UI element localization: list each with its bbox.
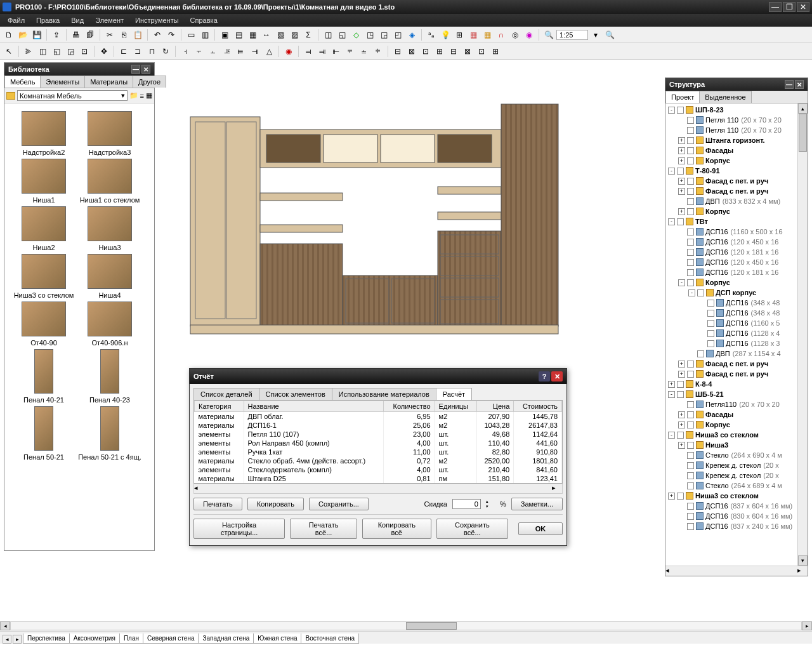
tabs-left-icon[interactable]: ◂ — [3, 635, 11, 644]
tree-row[interactable]: Стекло(264 x 689 x 4 м — [667, 481, 796, 491]
text-icon[interactable]: ᵃₐ — [425, 29, 438, 41]
tree-row[interactable]: -ДСП корпус — [667, 288, 796, 298]
tree-expander-icon[interactable]: - — [688, 289, 695, 296]
view4-icon[interactable]: ◳ — [363, 29, 376, 41]
menu-Справка[interactable]: Справка — [185, 15, 223, 25]
preview-icon[interactable]: 🗐 — [84, 29, 96, 41]
tree-expander-icon[interactable]: - — [668, 432, 675, 439]
library-item[interactable]: Пенал 50-21 — [12, 406, 75, 461]
tree-expander-icon[interactable]: - — [668, 107, 675, 114]
dist5-icon[interactable]: ⫨ — [358, 45, 370, 58]
tree-checkbox[interactable] — [707, 330, 714, 337]
sp6-icon[interactable]: ⊠ — [461, 45, 474, 58]
tree-expander-icon[interactable]: + — [678, 421, 685, 428]
tree-checkbox[interactable] — [687, 127, 694, 134]
tree-expander-icon[interactable]: - — [668, 218, 675, 225]
tree-checkbox[interactable] — [687, 198, 694, 205]
library-item[interactable]: Пенал 40-21 — [12, 349, 75, 404]
al-c-icon[interactable]: ⫟ — [193, 45, 206, 58]
view-tab[interactable]: План — [119, 633, 143, 644]
zoom-out-icon[interactable]: 🔍 — [542, 29, 555, 41]
tree-expander-icon[interactable]: + — [678, 371, 685, 378]
tree-checkbox[interactable] — [697, 350, 704, 357]
view-grid-icon[interactable]: ▦ — [146, 91, 152, 100]
view-tab[interactable]: Южная стена — [253, 633, 301, 644]
tree-checkbox[interactable] — [687, 208, 694, 215]
tree-checkbox[interactable] — [677, 381, 684, 388]
library-item[interactable]: Ниша3 — [78, 206, 141, 251]
target-icon[interactable]: ◎ — [509, 29, 521, 41]
view6-icon[interactable]: ◰ — [391, 29, 404, 41]
scrollbar-left-icon[interactable]: ◂ — [0, 621, 10, 630]
panel-f-icon[interactable]: ▨ — [288, 29, 301, 41]
3d-viewport[interactable] — [165, 66, 596, 371]
view1-icon[interactable]: ◫ — [322, 29, 334, 41]
tree-checkbox[interactable] — [687, 411, 694, 418]
tree-checkbox[interactable] — [707, 300, 714, 307]
center-icon[interactable]: ◉ — [282, 45, 295, 58]
view-tab[interactable]: Перспектива — [23, 633, 70, 644]
undo-icon[interactable]: ↶ — [151, 29, 164, 41]
export-icon[interactable]: ⇪ — [50, 29, 63, 41]
print-all-button[interactable]: Печатать всё... — [290, 519, 357, 539]
tree-checkbox[interactable] — [707, 310, 714, 317]
tree-row[interactable]: Петля 110(20 x 70 x 20 — [667, 115, 796, 125]
table-scroll-right-icon[interactable]: ▸ — [552, 484, 562, 493]
structure-tab-1[interactable]: Выделенное — [699, 91, 751, 103]
tree-checkbox[interactable] — [687, 259, 694, 266]
tree-checkbox[interactable] — [677, 168, 684, 175]
tree-row[interactable]: Крепеж д. стекол(20 x — [667, 470, 796, 481]
tool5-icon[interactable]: ⊡ — [78, 45, 91, 58]
tree-checkbox[interactable] — [687, 503, 694, 510]
tree-row[interactable]: ДСП16(120 x 450 x 16 — [667, 257, 796, 267]
tree-row[interactable]: ДСП16(1160 x 5 — [667, 318, 796, 328]
library-close-icon[interactable]: ✕ — [141, 65, 150, 74]
sp4-icon[interactable]: ⊞ — [433, 45, 446, 58]
tree-expander-icon[interactable]: + — [668, 381, 675, 388]
tree-row[interactable]: +Корпус — [667, 156, 796, 166]
tool1-icon[interactable]: ⫸ — [22, 45, 35, 58]
tree-expander-icon[interactable]: + — [678, 137, 685, 144]
library-item[interactable]: От40-906.н — [78, 302, 141, 347]
scroll-up-icon[interactable]: ▴ — [798, 103, 808, 114]
library-folder-combo[interactable]: Комнатная Мебель ▾ — [17, 90, 128, 101]
structure-minimize-icon[interactable]: — — [785, 80, 794, 89]
dim-icon[interactable]: ⊞ — [453, 29, 466, 41]
tree-expander-icon[interactable]: + — [678, 361, 685, 368]
dist2-icon[interactable]: ⫥ — [316, 45, 329, 58]
menu-Правка[interactable]: Правка — [31, 15, 65, 25]
report-row[interactable]: элементыРучка 1кат11,00шт.82,80910,80 — [195, 448, 562, 456]
dist4-icon[interactable]: ⫧ — [344, 45, 357, 58]
zoom-in-icon[interactable]: 🔍 — [603, 29, 616, 41]
tree-checkbox[interactable] — [687, 269, 694, 276]
new-element-icon[interactable]: ▭ — [185, 29, 197, 41]
cut-icon[interactable]: ✂ — [103, 29, 116, 41]
tool3-icon[interactable]: ◱ — [50, 45, 63, 58]
align2-icon[interactable]: ⊐ — [131, 45, 144, 58]
tree-row[interactable]: ДВП(833 x 832 x 4 мм) — [667, 196, 796, 206]
view5-icon[interactable]: ◲ — [377, 29, 390, 41]
library-item[interactable]: Надстройка3 — [78, 111, 141, 156]
help-icon[interactable]: ? — [539, 371, 550, 381]
tree-expander-icon[interactable]: - — [668, 168, 675, 175]
menu-Инструменты[interactable]: Инструменты — [130, 15, 184, 25]
report-header[interactable]: Количество — [384, 401, 435, 412]
scrollbar-thumb[interactable] — [406, 622, 457, 630]
report-row[interactable]: элементыСтеклодержатель (компл)4,00шт.21… — [195, 465, 562, 474]
tree-checkbox[interactable] — [687, 147, 694, 154]
library-tab-0[interactable]: Мебель — [4, 76, 41, 88]
table-scroll-left-icon[interactable]: ◂ — [194, 484, 204, 493]
tree-row[interactable]: +Фасад с пет. и руч — [667, 369, 796, 379]
tree-expander-icon[interactable]: + — [678, 147, 685, 154]
snap-icon[interactable]: ∩ — [495, 29, 508, 41]
tree-row[interactable]: ДСП16(837 x 604 x 16 мм) — [667, 501, 796, 511]
tree-row[interactable]: -ШП-8-23 — [667, 105, 796, 115]
library-item[interactable]: Пенал 50-21 с 4ящ. — [78, 406, 141, 461]
library-item[interactable]: От40-90 — [12, 302, 75, 347]
structure-tab-0[interactable]: Проект — [665, 91, 700, 103]
sp8-icon[interactable]: ⊞ — [489, 45, 502, 58]
grid-icon[interactable]: ▦ — [467, 29, 480, 41]
tree-checkbox[interactable] — [687, 157, 694, 164]
target2-icon[interactable]: ◉ — [523, 29, 535, 41]
library-item[interactable]: Ниша1 со стеклом — [78, 159, 141, 204]
